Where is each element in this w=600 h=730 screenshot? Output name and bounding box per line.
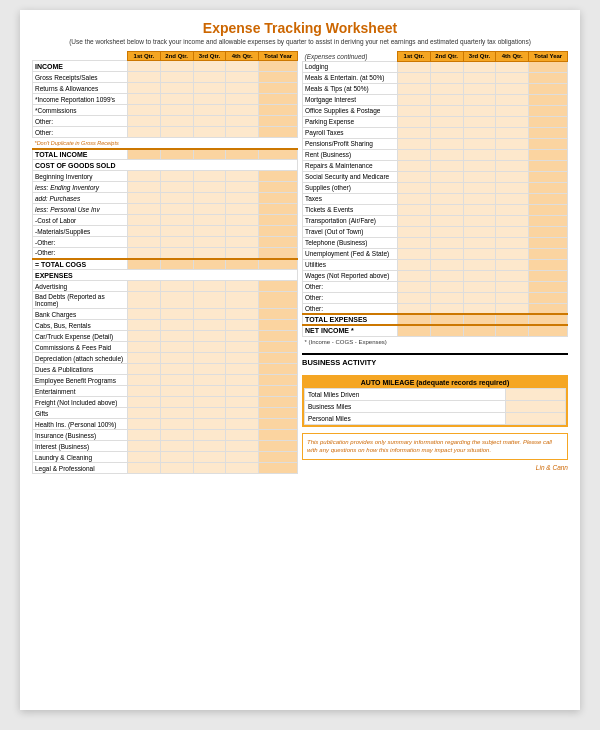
commissions-q3[interactable] — [193, 105, 226, 116]
depreciation-label: Depreciation (attach schedule) — [33, 353, 128, 364]
beg-inv-q2[interactable] — [160, 171, 193, 182]
cogs-other1-q3[interactable] — [193, 237, 226, 248]
end-inv-total[interactable] — [259, 182, 298, 193]
personal-use-total[interactable] — [259, 204, 298, 215]
other2-q1[interactable] — [128, 127, 161, 138]
total-income-q3[interactable] — [193, 149, 226, 160]
cogs-other1-q2[interactable] — [160, 237, 193, 248]
cogs-total-q1[interactable] — [128, 259, 161, 270]
beg-inv-total[interactable] — [259, 171, 298, 182]
personal-miles-input[interactable] — [506, 413, 566, 425]
gross-q4[interactable] — [226, 72, 259, 83]
beg-inv-q3[interactable] — [193, 171, 226, 182]
cogs-other2-total[interactable] — [259, 248, 298, 259]
commissions-q2[interactable] — [160, 105, 193, 116]
cost-labor-q4[interactable] — [226, 215, 259, 226]
cost-labor-q3[interactable] — [193, 215, 226, 226]
other2-q3[interactable] — [193, 127, 226, 138]
commissions-label: *Commissions — [33, 105, 128, 116]
personal-use-q3[interactable] — [193, 204, 226, 215]
cogs-other2-q4[interactable] — [226, 248, 259, 259]
returns-total[interactable] — [259, 83, 298, 94]
total-income-q2[interactable] — [160, 149, 193, 160]
other2-total[interactable] — [259, 127, 298, 138]
income-rep-q1[interactable] — [128, 94, 161, 105]
meals-entertain-label: Meals & Entertain. (at 50%) — [303, 72, 398, 83]
bad-debts-label: Bad Debts (Reported as Income) — [33, 292, 128, 309]
other1-q1[interactable] — [128, 116, 161, 127]
personal-use-q2[interactable] — [160, 204, 193, 215]
purchases-q1[interactable] — [128, 193, 161, 204]
gross-q3[interactable] — [193, 72, 226, 83]
cogs-other1-q4[interactable] — [226, 237, 259, 248]
cogs-total-total[interactable] — [259, 259, 298, 270]
other1-q2[interactable] — [160, 116, 193, 127]
purchases-q4[interactable] — [226, 193, 259, 204]
disclaimer-text: This publication provides only summary i… — [307, 439, 552, 453]
returns-q4[interactable] — [226, 83, 259, 94]
commissions-q1[interactable] — [128, 105, 161, 116]
cogs-other1-total[interactable] — [259, 237, 298, 248]
end-inv-q2[interactable] — [160, 182, 193, 193]
total-income-total[interactable] — [259, 149, 298, 160]
health-ins-label: Health Ins. (Personal 100%) — [33, 419, 128, 430]
materials-q1[interactable] — [128, 226, 161, 237]
cost-labor-q2[interactable] — [160, 215, 193, 226]
gross-q2[interactable] — [160, 72, 193, 83]
income-rep-q3[interactable] — [193, 94, 226, 105]
business-miles-input[interactable] — [506, 401, 566, 413]
beg-inv-q1[interactable] — [128, 171, 161, 182]
end-inv-q1[interactable] — [128, 182, 161, 193]
income-rep-q4[interactable] — [226, 94, 259, 105]
purchases-q3[interactable] — [193, 193, 226, 204]
personal-use-q4[interactable] — [226, 204, 259, 215]
gross-q1[interactable] — [128, 72, 161, 83]
income-header-total[interactable] — [259, 61, 298, 72]
total-miles-input[interactable] — [506, 389, 566, 401]
cost-labor-q1[interactable] — [128, 215, 161, 226]
income-header-q1[interactable] — [128, 61, 161, 72]
purchases-q2[interactable] — [160, 193, 193, 204]
total-income-q4[interactable] — [226, 149, 259, 160]
cogs-other2-q2[interactable] — [160, 248, 193, 259]
other2-q2[interactable] — [160, 127, 193, 138]
other1-total[interactable] — [259, 116, 298, 127]
disclaimer-box: This publication provides only summary i… — [302, 433, 568, 460]
income-header-q4[interactable] — [226, 61, 259, 72]
cogs-other2-q3[interactable] — [193, 248, 226, 259]
gross-total[interactable] — [259, 72, 298, 83]
cogs-other2-q1[interactable] — [128, 248, 161, 259]
page: Expense Tracking Worksheet (Use the work… — [20, 10, 580, 710]
transportation-label: Transportation (Air/Fare) — [303, 215, 398, 226]
materials-q3[interactable] — [193, 226, 226, 237]
other1-q4[interactable] — [226, 116, 259, 127]
materials-q4[interactable] — [226, 226, 259, 237]
beg-inv-q4[interactable] — [226, 171, 259, 182]
returns-q3[interactable] — [193, 83, 226, 94]
personal-use-q1[interactable] — [128, 204, 161, 215]
purchases-total[interactable] — [259, 193, 298, 204]
commissions-total[interactable] — [259, 105, 298, 116]
total-income-q1[interactable] — [128, 149, 161, 160]
materials-q2[interactable] — [160, 226, 193, 237]
freight-label: Freight (Not Included above) — [33, 397, 128, 408]
income-header-q2[interactable] — [160, 61, 193, 72]
materials-total[interactable] — [259, 226, 298, 237]
cogs-other1-q1[interactable] — [128, 237, 161, 248]
cogs-total-q4[interactable] — [226, 259, 259, 270]
returns-q2[interactable] — [160, 83, 193, 94]
income-header-q3[interactable] — [193, 61, 226, 72]
other1-q3[interactable] — [193, 116, 226, 127]
other2-q4[interactable] — [226, 127, 259, 138]
cogs-total-q2[interactable] — [160, 259, 193, 270]
income-rep-total[interactable] — [259, 94, 298, 105]
commissions-q4[interactable] — [226, 105, 259, 116]
income-rep-q2[interactable] — [160, 94, 193, 105]
col-total: Total Year — [259, 52, 298, 61]
returns-q1[interactable] — [128, 83, 161, 94]
cost-labor-total[interactable] — [259, 215, 298, 226]
cogs-total-q3[interactable] — [193, 259, 226, 270]
total-miles-label: Total Miles Driven — [305, 389, 506, 401]
end-inv-q4[interactable] — [226, 182, 259, 193]
end-inv-q3[interactable] — [193, 182, 226, 193]
